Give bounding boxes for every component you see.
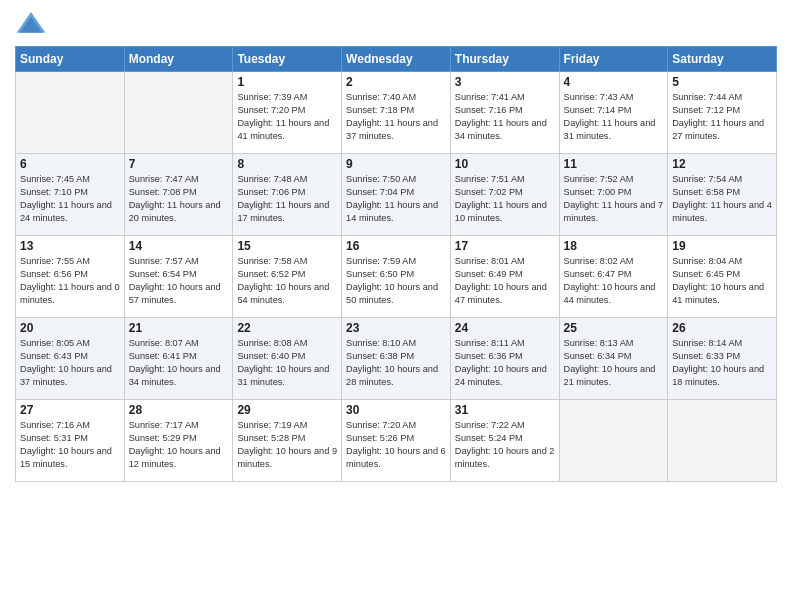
calendar-day-cell — [559, 400, 668, 482]
calendar-day-cell — [16, 72, 125, 154]
day-info: Sunrise: 8:07 AMSunset: 6:41 PMDaylight:… — [129, 337, 229, 389]
day-info: Sunrise: 8:01 AMSunset: 6:49 PMDaylight:… — [455, 255, 555, 307]
calendar-week-row: 20Sunrise: 8:05 AMSunset: 6:43 PMDayligh… — [16, 318, 777, 400]
day-number: 9 — [346, 157, 446, 171]
calendar-day-cell: 4Sunrise: 7:43 AMSunset: 7:14 PMDaylight… — [559, 72, 668, 154]
calendar-day-header: Thursday — [450, 47, 559, 72]
calendar-day-cell: 23Sunrise: 8:10 AMSunset: 6:38 PMDayligh… — [342, 318, 451, 400]
day-number: 2 — [346, 75, 446, 89]
day-info: Sunrise: 8:08 AMSunset: 6:40 PMDaylight:… — [237, 337, 337, 389]
calendar-day-cell: 9Sunrise: 7:50 AMSunset: 7:04 PMDaylight… — [342, 154, 451, 236]
day-info: Sunrise: 7:16 AMSunset: 5:31 PMDaylight:… — [20, 419, 120, 471]
day-info: Sunrise: 7:43 AMSunset: 7:14 PMDaylight:… — [564, 91, 664, 143]
day-info: Sunrise: 7:52 AMSunset: 7:00 PMDaylight:… — [564, 173, 664, 225]
day-number: 15 — [237, 239, 337, 253]
day-info: Sunrise: 7:51 AMSunset: 7:02 PMDaylight:… — [455, 173, 555, 225]
calendar-day-cell: 28Sunrise: 7:17 AMSunset: 5:29 PMDayligh… — [124, 400, 233, 482]
day-number: 5 — [672, 75, 772, 89]
day-info: Sunrise: 7:39 AMSunset: 7:20 PMDaylight:… — [237, 91, 337, 143]
day-info: Sunrise: 8:05 AMSunset: 6:43 PMDaylight:… — [20, 337, 120, 389]
logo — [15, 10, 51, 38]
day-number: 20 — [20, 321, 120, 335]
day-info: Sunrise: 7:19 AMSunset: 5:28 PMDaylight:… — [237, 419, 337, 471]
day-info: Sunrise: 7:22 AMSunset: 5:24 PMDaylight:… — [455, 419, 555, 471]
calendar-day-cell: 7Sunrise: 7:47 AMSunset: 7:08 PMDaylight… — [124, 154, 233, 236]
calendar-day-cell: 26Sunrise: 8:14 AMSunset: 6:33 PMDayligh… — [668, 318, 777, 400]
day-number: 17 — [455, 239, 555, 253]
calendar-day-header: Wednesday — [342, 47, 451, 72]
day-info: Sunrise: 7:20 AMSunset: 5:26 PMDaylight:… — [346, 419, 446, 471]
day-info: Sunrise: 7:17 AMSunset: 5:29 PMDaylight:… — [129, 419, 229, 471]
calendar-day-cell: 30Sunrise: 7:20 AMSunset: 5:26 PMDayligh… — [342, 400, 451, 482]
day-info: Sunrise: 8:11 AMSunset: 6:36 PMDaylight:… — [455, 337, 555, 389]
calendar-day-cell: 11Sunrise: 7:52 AMSunset: 7:00 PMDayligh… — [559, 154, 668, 236]
calendar-day-header: Tuesday — [233, 47, 342, 72]
day-number: 29 — [237, 403, 337, 417]
day-number: 31 — [455, 403, 555, 417]
calendar-week-row: 1Sunrise: 7:39 AMSunset: 7:20 PMDaylight… — [16, 72, 777, 154]
calendar-week-row: 6Sunrise: 7:45 AMSunset: 7:10 PMDaylight… — [16, 154, 777, 236]
calendar-day-header: Monday — [124, 47, 233, 72]
day-info: Sunrise: 7:40 AMSunset: 7:18 PMDaylight:… — [346, 91, 446, 143]
day-info: Sunrise: 7:45 AMSunset: 7:10 PMDaylight:… — [20, 173, 120, 225]
calendar-day-cell: 16Sunrise: 7:59 AMSunset: 6:50 PMDayligh… — [342, 236, 451, 318]
day-number: 28 — [129, 403, 229, 417]
day-info: Sunrise: 7:54 AMSunset: 6:58 PMDaylight:… — [672, 173, 772, 225]
calendar-day-cell: 10Sunrise: 7:51 AMSunset: 7:02 PMDayligh… — [450, 154, 559, 236]
day-number: 19 — [672, 239, 772, 253]
day-info: Sunrise: 8:10 AMSunset: 6:38 PMDaylight:… — [346, 337, 446, 389]
day-number: 16 — [346, 239, 446, 253]
calendar-day-cell: 27Sunrise: 7:16 AMSunset: 5:31 PMDayligh… — [16, 400, 125, 482]
calendar-day-cell: 13Sunrise: 7:55 AMSunset: 6:56 PMDayligh… — [16, 236, 125, 318]
day-number: 1 — [237, 75, 337, 89]
calendar-day-cell: 18Sunrise: 8:02 AMSunset: 6:47 PMDayligh… — [559, 236, 668, 318]
day-number: 22 — [237, 321, 337, 335]
calendar-day-cell: 29Sunrise: 7:19 AMSunset: 5:28 PMDayligh… — [233, 400, 342, 482]
day-info: Sunrise: 7:47 AMSunset: 7:08 PMDaylight:… — [129, 173, 229, 225]
day-number: 14 — [129, 239, 229, 253]
day-number: 8 — [237, 157, 337, 171]
day-number: 27 — [20, 403, 120, 417]
calendar-day-cell: 15Sunrise: 7:58 AMSunset: 6:52 PMDayligh… — [233, 236, 342, 318]
day-number: 13 — [20, 239, 120, 253]
day-number: 18 — [564, 239, 664, 253]
calendar-day-cell: 21Sunrise: 8:07 AMSunset: 6:41 PMDayligh… — [124, 318, 233, 400]
day-number: 6 — [20, 157, 120, 171]
calendar-day-cell: 1Sunrise: 7:39 AMSunset: 7:20 PMDaylight… — [233, 72, 342, 154]
calendar-week-row: 13Sunrise: 7:55 AMSunset: 6:56 PMDayligh… — [16, 236, 777, 318]
day-info: Sunrise: 7:59 AMSunset: 6:50 PMDaylight:… — [346, 255, 446, 307]
calendar-day-cell: 25Sunrise: 8:13 AMSunset: 6:34 PMDayligh… — [559, 318, 668, 400]
day-info: Sunrise: 7:50 AMSunset: 7:04 PMDaylight:… — [346, 173, 446, 225]
day-number: 4 — [564, 75, 664, 89]
calendar-day-cell: 12Sunrise: 7:54 AMSunset: 6:58 PMDayligh… — [668, 154, 777, 236]
calendar-day-cell: 8Sunrise: 7:48 AMSunset: 7:06 PMDaylight… — [233, 154, 342, 236]
calendar-day-cell: 14Sunrise: 7:57 AMSunset: 6:54 PMDayligh… — [124, 236, 233, 318]
calendar-day-cell: 2Sunrise: 7:40 AMSunset: 7:18 PMDaylight… — [342, 72, 451, 154]
calendar-day-cell: 22Sunrise: 8:08 AMSunset: 6:40 PMDayligh… — [233, 318, 342, 400]
header — [15, 10, 777, 38]
calendar-day-cell — [668, 400, 777, 482]
calendar-header-row: SundayMondayTuesdayWednesdayThursdayFrid… — [16, 47, 777, 72]
day-info: Sunrise: 8:02 AMSunset: 6:47 PMDaylight:… — [564, 255, 664, 307]
calendar-day-cell: 31Sunrise: 7:22 AMSunset: 5:24 PMDayligh… — [450, 400, 559, 482]
day-number: 3 — [455, 75, 555, 89]
day-info: Sunrise: 7:55 AMSunset: 6:56 PMDaylight:… — [20, 255, 120, 307]
day-info: Sunrise: 7:44 AMSunset: 7:12 PMDaylight:… — [672, 91, 772, 143]
calendar-day-cell: 6Sunrise: 7:45 AMSunset: 7:10 PMDaylight… — [16, 154, 125, 236]
day-info: Sunrise: 7:58 AMSunset: 6:52 PMDaylight:… — [237, 255, 337, 307]
day-number: 25 — [564, 321, 664, 335]
calendar-table: SundayMondayTuesdayWednesdayThursdayFrid… — [15, 46, 777, 482]
calendar-day-cell: 24Sunrise: 8:11 AMSunset: 6:36 PMDayligh… — [450, 318, 559, 400]
calendar-day-header: Saturday — [668, 47, 777, 72]
calendar-day-cell: 20Sunrise: 8:05 AMSunset: 6:43 PMDayligh… — [16, 318, 125, 400]
calendar-day-header: Sunday — [16, 47, 125, 72]
calendar-day-cell: 3Sunrise: 7:41 AMSunset: 7:16 PMDaylight… — [450, 72, 559, 154]
day-number: 11 — [564, 157, 664, 171]
day-number: 7 — [129, 157, 229, 171]
day-info: Sunrise: 8:14 AMSunset: 6:33 PMDaylight:… — [672, 337, 772, 389]
day-number: 21 — [129, 321, 229, 335]
day-number: 12 — [672, 157, 772, 171]
calendar-day-header: Friday — [559, 47, 668, 72]
day-number: 23 — [346, 321, 446, 335]
calendar-day-cell: 19Sunrise: 8:04 AMSunset: 6:45 PMDayligh… — [668, 236, 777, 318]
